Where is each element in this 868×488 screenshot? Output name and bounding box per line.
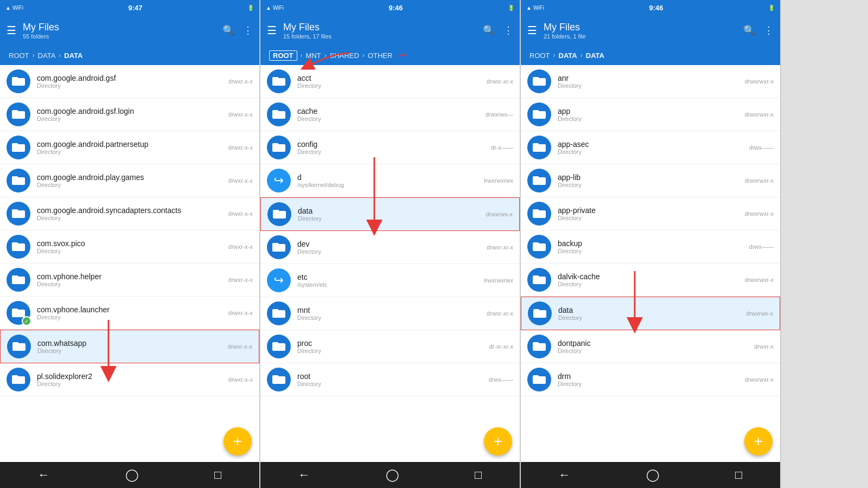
file-permissions: drwxr-x	[754, 343, 774, 350]
list-item[interactable]: com.google.android.partnersetup Director…	[0, 131, 259, 164]
home-button[interactable]: ◯	[646, 468, 660, 482]
list-item[interactable]: com.google.android.gsf.login Directory d…	[0, 98, 259, 131]
app-subtitle: 55 folders	[23, 33, 216, 40]
list-item[interactable]: dev Directory drwxr-xr-x	[260, 231, 520, 264]
list-item[interactable]: drm Directory drwxrwxr-x	[521, 363, 780, 396]
search-icon[interactable]: 🔍	[743, 24, 755, 36]
folder-icon	[267, 202, 291, 226]
breadcrumb-item-data[interactable]: DATA	[64, 52, 82, 60]
file-subtext: Directory	[297, 82, 480, 89]
list-item[interactable]: com.google.android.play.games Directory …	[0, 164, 259, 197]
back-button[interactable]: ←	[559, 468, 571, 482]
file-name: cache	[297, 107, 479, 115]
file-name: com.google.android.partnersetup	[37, 140, 222, 149]
list-item[interactable]: ↩ etc /system/etc lrwxrwxrwx	[260, 264, 520, 297]
home-button[interactable]: ◯	[125, 468, 139, 482]
file-permissions: dr-xr-xr-x	[489, 343, 513, 350]
file-name: com.google.android.play.games	[37, 173, 222, 182]
file-info: backup Directory	[558, 239, 743, 254]
file-info: drm Directory	[558, 372, 738, 387]
home-button[interactable]: ◯	[386, 468, 399, 482]
file-subtext: Directory	[558, 381, 738, 387]
symlink-icon: ↩	[267, 268, 291, 292]
file-permissions: drwxrwxr-x	[745, 111, 774, 118]
search-icon[interactable]: 🔍	[483, 24, 495, 36]
more-icon[interactable]: ⋮	[764, 24, 774, 36]
file-permissions: drwxrwxr-x	[745, 277, 774, 283]
list-item[interactable]: ✓ com.vphone.launcher Directory drwxr-x-…	[0, 297, 259, 330]
file-name: app	[558, 107, 738, 115]
status-time: 9:46	[388, 4, 403, 12]
back-button[interactable]: ←	[38, 468, 50, 482]
breadcrumb-item-root[interactable]: ROOT	[529, 52, 550, 60]
menu-icon[interactable]: ☰	[527, 24, 537, 37]
breadcrumb-item-root[interactable]: ROOT	[9, 52, 29, 60]
breadcrumb-item-data[interactable]: DATA	[38, 52, 56, 60]
recents-button[interactable]: □	[214, 468, 221, 482]
more-icon[interactable]: ⋮	[243, 24, 253, 36]
signal-icon: ▲	[5, 5, 11, 11]
file-subtext: Directory	[37, 182, 222, 188]
list-item[interactable]: com.google.android.gsf Directory drwxr-x…	[0, 65, 259, 98]
list-item[interactable]: com.whatsapp Directory drwxr-x-x	[0, 330, 259, 363]
list-item[interactable]: app-lib Directory drwxrwxr-x	[521, 164, 780, 197]
list-item[interactable]: dalvik-cache Directory drwxrwxr-x	[521, 264, 780, 297]
list-item[interactable]: pl.solidexplorer2 Directory drwxr-x-x	[0, 363, 259, 396]
list-item[interactable]: anr Directory drwxrwxr-x	[521, 65, 780, 98]
file-subtext: Directory	[37, 215, 222, 221]
list-item[interactable]: cache Directory drwxrwx—	[260, 98, 520, 131]
file-subtext: Directory	[298, 215, 480, 222]
file-info: com.whatsapp Directory	[37, 339, 221, 354]
file-permissions: drwxr-x-x	[228, 310, 253, 316]
list-item[interactable]: mnt Directory drwxr-xr-x	[260, 297, 520, 330]
signal-icon: ▲	[266, 5, 271, 11]
fab-button[interactable]: +	[744, 427, 773, 455]
list-item[interactable]: app-asec Directory drwx——	[521, 131, 780, 164]
list-item[interactable]: data Directory drwxrwx-x	[521, 297, 780, 330]
fab-button[interactable]: +	[224, 427, 252, 455]
folder-icon	[267, 136, 291, 159]
breadcrumb-item-data[interactable]: DATA	[559, 52, 577, 60]
recents-button[interactable]: □	[475, 468, 482, 482]
list-item[interactable]: root Directory drwx——	[260, 363, 520, 396]
file-name: etc	[297, 273, 477, 281]
file-info: config Directory	[297, 140, 484, 155]
search-icon[interactable]: 🔍	[222, 24, 234, 36]
file-subtext: Directory	[558, 82, 738, 89]
list-item[interactable]: com.google.android.syncadapters.contacts…	[0, 197, 259, 230]
battery-icon: 🔋	[768, 5, 775, 11]
recents-button[interactable]: □	[735, 468, 742, 482]
back-button[interactable]: ←	[298, 468, 310, 482]
file-list: acct Directory drwxr-xr-x cache Director…	[260, 65, 520, 462]
menu-icon[interactable]: ☰	[267, 24, 277, 37]
folder-icon	[527, 169, 551, 192]
breadcrumb-item-data[interactable]: DATA	[586, 52, 604, 60]
fab-button[interactable]: +	[484, 427, 512, 455]
list-item[interactable]: app-private Directory drwxrwxr-x	[521, 197, 780, 230]
breadcrumb-item-other[interactable]: OTHER	[368, 52, 393, 60]
wifi-icon: WiFi	[273, 5, 284, 11]
list-item[interactable]: config Directory dr-x——	[260, 131, 520, 164]
list-item[interactable]: ↩ d /sys/kernel/debug lrwxrwxrwx	[260, 164, 520, 197]
breadcrumb-item-mnt[interactable]: MNT	[306, 52, 321, 60]
list-item[interactable]: data Directory drwxrwx-x	[260, 197, 520, 231]
more-icon[interactable]: ⋮	[503, 24, 513, 36]
menu-icon[interactable]: ☰	[7, 24, 16, 37]
file-info: proc Directory	[297, 339, 482, 354]
file-permissions: drwxr-x-x	[228, 177, 253, 184]
file-info: com.google.android.gsf.login Directory	[37, 107, 222, 122]
breadcrumb-item-root[interactable]: ROOT	[269, 50, 297, 61]
list-item[interactable]: com.svox.pico Directory drwxr-x-x	[0, 230, 259, 264]
list-item[interactable]: com.vphone.helper Directory drwxr-x-x	[0, 264, 259, 297]
breadcrumb-item-shared[interactable]: SHARED	[330, 52, 359, 60]
list-item[interactable]: backup Directory drwx——	[521, 230, 780, 264]
bottom-nav: ← ◯ □	[260, 462, 520, 488]
list-item[interactable]: acct Directory drwxr-xr-x	[260, 65, 520, 98]
file-subtext: Directory	[297, 348, 482, 354]
status-right-icons: 🔋	[247, 5, 254, 11]
file-subtext: Directory	[297, 248, 480, 255]
list-item[interactable]: app Directory drwxrwxr-x	[521, 98, 780, 131]
list-item[interactable]: proc Directory dr-xr-xr-x	[260, 330, 520, 363]
file-subtext: Directory	[37, 314, 222, 320]
list-item[interactable]: dontpanic Directory drwxr-x	[521, 330, 780, 363]
